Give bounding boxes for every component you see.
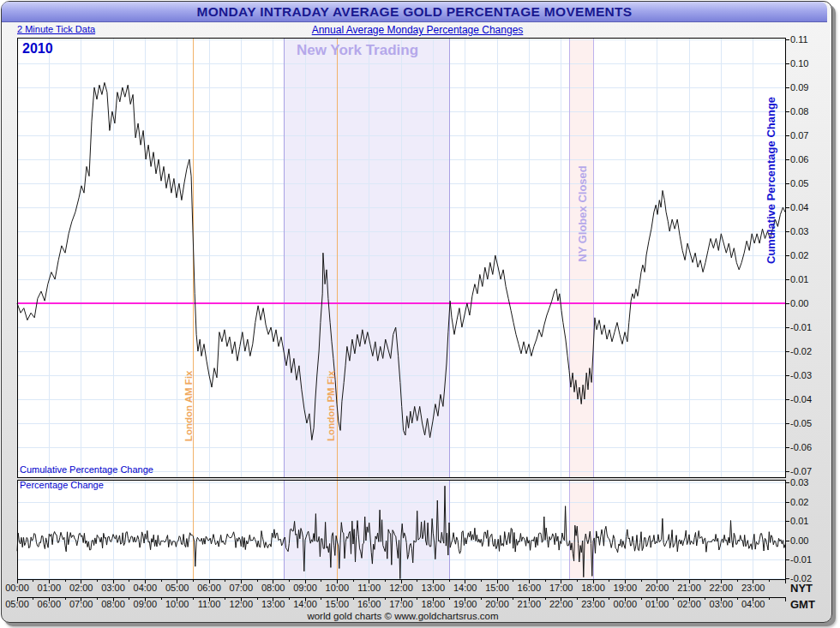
y-tick-label: 0.08: [790, 106, 808, 117]
region-label-new-york-trading: New York Trading: [297, 42, 418, 59]
y-tick-label: 0.00: [790, 535, 808, 546]
y-tick-label: -0.02: [790, 573, 812, 583]
y-tick-label: 0.09: [790, 82, 808, 93]
y-tick-label: -0.05: [790, 418, 812, 428]
y-tick-label: 0.03: [790, 477, 808, 487]
y-tick-label: 0.06: [790, 154, 808, 164]
chart-window: MONDAY INTRADAY AVERAGE GOLD PERCENTAGE …: [0, 0, 840, 628]
right-axis-title: Cumulative Percentage Change: [765, 144, 778, 264]
copyright-footer: world gold charts © www.goldchartsrus.co…: [0, 611, 806, 621]
y-tick-label: -0.06: [790, 442, 812, 452]
y-tick-label: 0.04: [790, 202, 808, 212]
gmt-axis-label: GMT: [790, 598, 815, 611]
y-tick-label: -0.03: [790, 370, 812, 380]
y-tick-label: 0.07: [790, 130, 808, 141]
chart-canvas: [0, 0, 840, 628]
region-band-lower-1: [569, 480, 593, 579]
y-tick-label: 0.02: [790, 497, 808, 507]
y-tick-label: -0.01: [790, 322, 812, 332]
y-tick-label: 0.11: [790, 34, 808, 45]
y-tick-label: -0.01: [790, 554, 812, 565]
y-tick-label: -0.07: [790, 466, 812, 476]
lower-panel-label: Percentage Change: [20, 480, 104, 490]
region-label-ny-globex-closed: NY Globex Closed: [576, 163, 589, 266]
year-label: 2010: [22, 41, 53, 57]
y-tick-label: -0.02: [790, 346, 812, 356]
y-tick-label: 0.05: [790, 178, 808, 188]
x-tick-label-gmt: 04:00: [735, 599, 772, 609]
y-tick-label: 0.01: [790, 274, 808, 284]
x-tick-label-nyt: 23:00: [735, 583, 772, 593]
london-pm-fix-label: London PM Fix: [326, 371, 336, 470]
y-tick-label: 0.03: [790, 226, 808, 236]
y-tick-label: -0.04: [790, 394, 812, 404]
y-tick-label: 0.01: [790, 516, 808, 526]
y-tick-label: 0.10: [790, 58, 808, 69]
y-tick-label: 0.00: [790, 298, 808, 308]
main-panel-label: Cumulative Percentage Change: [20, 464, 153, 475]
london-am-fix-label: London AM Fix: [183, 371, 194, 470]
y-tick-label: 0.02: [790, 250, 808, 260]
region-band-main-0: [284, 38, 449, 477]
